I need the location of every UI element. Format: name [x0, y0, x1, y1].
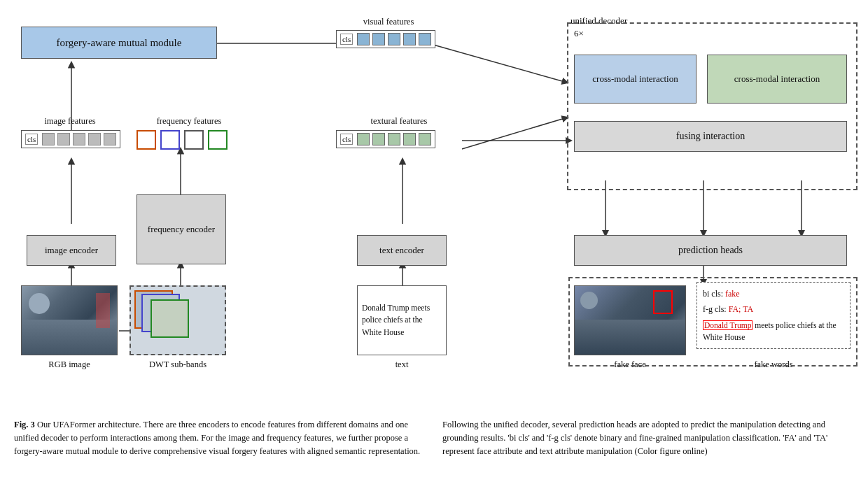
txt-cls: cls: [340, 134, 353, 145]
image-features-label: image features: [21, 116, 119, 127]
text-label: text: [357, 360, 447, 370]
image-encoder-box: image encoder: [27, 235, 116, 266]
textural-features-label: textural features: [340, 116, 458, 127]
rgb-label: RGB image: [21, 360, 118, 370]
freq-features-squares: [136, 130, 227, 150]
caption-right: Following the unified decoder, several p…: [442, 418, 854, 457]
visual-features-strip: cls: [336, 30, 435, 48]
cross-modal-blue-box: cross-modal interaction: [574, 55, 696, 104]
caption-area: Fig. 3 Our UFAFormer architecture. There…: [14, 418, 854, 457]
prediction-heads-box: prediction heads: [574, 235, 847, 266]
svg-line-7: [462, 118, 567, 149]
fusing-interaction-box: fusing interaction: [574, 121, 847, 152]
dwt-label: DWT sub-bands: [130, 360, 226, 370]
cross-modal-green-box: cross-modal interaction: [707, 55, 847, 104]
output-dashed-border: [568, 277, 858, 367]
textural-features-strip: cls: [336, 130, 435, 148]
rgb-image: [21, 285, 118, 355]
caption-right-text: Following the unified decoder, several p…: [442, 420, 827, 456]
fig-label: Fig. 3: [14, 420, 35, 429]
svg-line-6: [428, 43, 567, 83]
caption-left-text: Our UFAFormer architecture. There are th…: [14, 420, 420, 456]
img-cls: cls: [25, 134, 38, 145]
visual-cls: cls: [340, 34, 353, 45]
image-features-strip: cls: [21, 130, 120, 148]
diagram-area: forgery-aware mutual module visual featu…: [14, 13, 854, 411]
visual-features-label: visual features: [340, 17, 438, 27]
dwt-container: [130, 285, 226, 355]
forgery-module-box: forgery-aware mutual module: [21, 27, 217, 59]
text-input-box: Donald Trump meets police chiefs at the …: [357, 285, 447, 355]
unified-decoder-border: [567, 22, 858, 190]
freq-encoder-box: frequency encoder: [136, 194, 226, 264]
caption-left: Fig. 3 Our UFAFormer architecture. There…: [14, 418, 426, 457]
text-encoder-box: text encoder: [357, 235, 447, 266]
freq-features-label: frequency features: [133, 116, 245, 127]
